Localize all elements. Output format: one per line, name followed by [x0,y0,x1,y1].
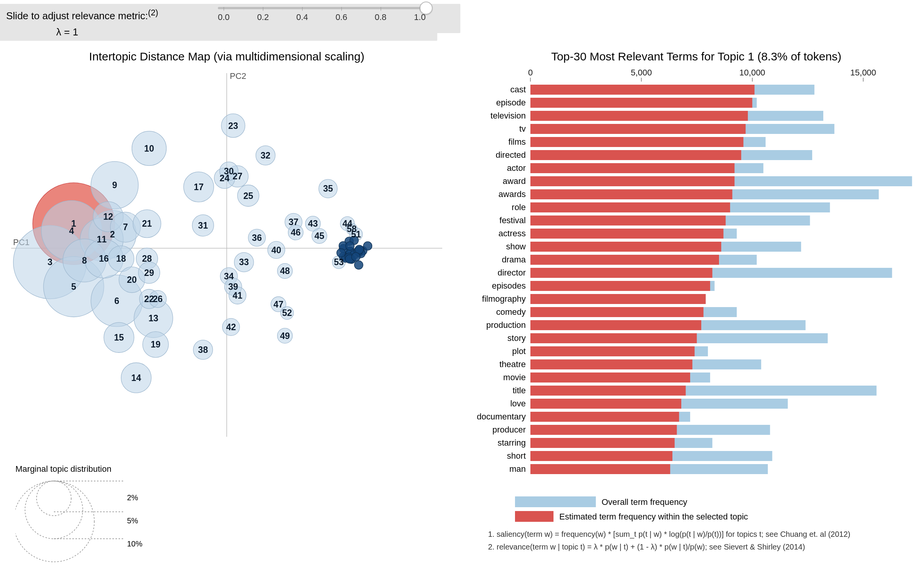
svg-text:23: 23 [228,121,238,131]
svg-text:0: 0 [528,69,533,77]
svg-text:producer: producer [492,425,526,434]
svg-text:11: 11 [97,234,107,244]
svg-text:37: 37 [289,217,299,227]
svg-text:role: role [512,202,526,212]
svg-rect-209 [530,346,695,356]
svg-text:filmography: filmography [482,294,526,304]
svg-rect-233 [530,451,672,461]
pct-2: 2% [127,493,138,502]
svg-rect-185 [530,242,721,252]
svg-text:15: 15 [114,332,124,342]
svg-point-134 [25,481,83,539]
svg-point-76 [346,242,354,250]
svg-text:man: man [509,464,526,474]
intertopic-map-title: Intertopic Distance Map (via multidimens… [5,50,448,63]
svg-text:9: 9 [112,180,117,190]
svg-rect-236 [530,464,670,474]
svg-text:films: films [508,137,526,147]
svg-rect-218 [530,386,686,396]
svg-rect-176 [530,202,730,212]
svg-text:41: 41 [232,291,242,301]
svg-rect-170 [530,176,734,186]
svg-text:32: 32 [261,150,271,160]
svg-text:29: 29 [144,268,154,278]
svg-text:actress: actress [498,229,526,238]
lambda-slider[interactable]: 0.00.20.40.60.81.0 [218,7,426,22]
svg-text:34: 34 [224,271,234,281]
legend-topic: Estimated term frequency within the sele… [559,512,748,521]
top-terms-barchart[interactable]: 05,00010,00015,000 castepisodetelevision… [473,69,919,577]
svg-rect-197 [530,294,706,304]
svg-text:episodes: episodes [492,281,526,291]
svg-text:festival: festival [500,215,526,225]
svg-text:6: 6 [114,296,119,306]
svg-text:directed: directed [496,150,526,160]
svg-rect-221 [530,399,681,409]
svg-rect-161 [530,137,743,147]
svg-text:award: award [503,176,526,186]
svg-text:26: 26 [153,294,163,304]
svg-rect-152 [530,98,752,108]
svg-point-135 [37,481,71,516]
svg-text:52: 52 [282,308,292,318]
svg-text:4: 4 [69,226,74,236]
pct-5: 5% [127,516,138,525]
lambda-value: λ = 1 [56,26,78,38]
marginal-topic-legend: Marginal topic distribution 2% 5% 10% [15,462,169,570]
footnote-1: 1. saliency(term w) = frequency(w) * [su… [488,530,850,539]
svg-point-73 [337,249,345,257]
svg-rect-173 [530,189,732,199]
svg-text:14: 14 [131,373,141,383]
svg-text:40: 40 [271,245,281,255]
svg-rect-238 [515,511,553,522]
svg-text:15,000: 15,000 [850,69,876,77]
svg-text:51: 51 [351,229,361,239]
svg-text:movie: movie [503,373,526,382]
svg-text:10: 10 [144,144,154,154]
svg-rect-200 [530,307,704,317]
svg-text:7: 7 [123,222,128,232]
svg-rect-203 [530,320,701,330]
svg-text:5,000: 5,000 [631,69,652,77]
svg-text:48: 48 [280,266,290,276]
svg-text:theatre: theatre [500,359,526,369]
svg-text:25: 25 [243,191,253,201]
footnote-2: 2. relevance(term w | topic t) = λ * p(w… [488,543,805,551]
marginal-title: Marginal topic distribution [15,464,111,474]
svg-point-79 [351,252,360,261]
svg-text:10,000: 10,000 [739,69,765,77]
svg-text:3: 3 [47,257,52,267]
svg-rect-237 [515,496,596,507]
svg-text:awards: awards [498,189,526,199]
svg-text:49: 49 [280,331,290,341]
svg-rect-167 [530,163,734,173]
svg-text:18: 18 [116,254,126,264]
svg-text:show: show [506,242,526,251]
svg-text:director: director [498,268,526,277]
svg-rect-191 [530,268,712,278]
svg-rect-158 [530,124,746,134]
svg-text:actor: actor [507,163,526,173]
svg-point-77 [354,261,363,269]
svg-text:38: 38 [198,345,208,355]
svg-text:drama: drama [502,255,526,264]
svg-text:20: 20 [127,275,137,285]
svg-text:36: 36 [252,233,262,243]
svg-text:title: title [513,386,526,395]
top-terms-title: Top-30 Most Relevant Terms for Topic 1 (… [475,50,918,63]
svg-rect-215 [530,373,690,383]
svg-text:13: 13 [149,313,159,323]
svg-rect-212 [530,359,692,369]
svg-rect-149 [530,85,754,95]
relevance-slider-panel: Slide to adjust relevance metric:(2) λ =… [0,4,437,41]
svg-text:46: 46 [291,227,301,237]
svg-text:28: 28 [142,254,152,264]
svg-text:tv: tv [519,124,526,134]
intertopic-distance-map[interactable]: PC1 PC2 14122113816185620282922261315191… [5,67,448,452]
svg-text:plot: plot [512,346,526,356]
svg-text:cast: cast [510,85,526,94]
svg-rect-227 [530,425,677,435]
svg-text:16: 16 [99,254,109,264]
svg-text:43: 43 [308,219,318,229]
svg-text:17: 17 [194,182,204,192]
